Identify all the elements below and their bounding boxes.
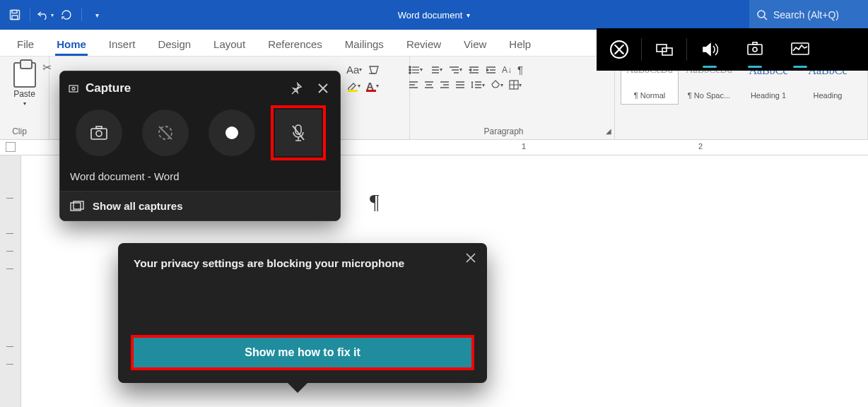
tab-mailings[interactable]: Mailings xyxy=(344,38,385,56)
clipboard-icon xyxy=(13,62,36,88)
capture-subtitle: Word document - Word xyxy=(60,166,340,191)
svg-point-12 xyxy=(753,47,757,52)
svg-rect-1 xyxy=(12,11,17,13)
tab-file[interactable]: File xyxy=(16,38,35,56)
vertical-ruler[interactable] xyxy=(0,155,21,407)
close-icon[interactable] xyxy=(464,252,477,264)
ribbon-group-paragraph: ▾ ▾ ▾ A↓ ¶ ▾ ▾ ▾ Paragraph ◢ xyxy=(403,57,615,139)
gamebar-audio-icon[interactable] xyxy=(687,28,732,71)
ribbon-group-clipboard: Paste ▾ ✂ Clip xyxy=(0,57,49,139)
svg-point-4 xyxy=(409,66,411,67)
gamebar-widgets-icon[interactable] xyxy=(642,28,687,71)
show-all-captures-button[interactable]: Show all captures xyxy=(60,191,340,220)
screenshot-button[interactable] xyxy=(76,110,122,156)
ruler-tick: 2 xyxy=(698,142,703,151)
numbering-icon[interactable]: ▾ xyxy=(428,65,442,75)
search-box[interactable] xyxy=(749,0,868,30)
fix-it-button[interactable]: Show me how to fix it xyxy=(134,338,471,367)
document-title[interactable]: Word document▾ xyxy=(398,10,471,20)
tab-selector-icon[interactable] xyxy=(6,142,16,152)
gamebar-capture-icon[interactable] xyxy=(732,28,778,71)
close-icon[interactable] xyxy=(313,78,333,98)
tab-design[interactable]: Design xyxy=(156,38,192,56)
search-icon xyxy=(756,9,768,20)
tab-help[interactable]: Help xyxy=(508,38,532,56)
font-color-icon[interactable]: A▾ xyxy=(366,80,379,92)
svg-point-18 xyxy=(96,131,102,136)
tab-home[interactable]: Home xyxy=(55,38,88,56)
decrease-indent-icon[interactable] xyxy=(468,65,479,75)
capture-title: Capture xyxy=(86,81,279,95)
show-marks-icon[interactable]: ¶ xyxy=(517,64,523,76)
svg-rect-19 xyxy=(96,126,102,129)
svg-point-16 xyxy=(72,88,75,90)
capture-widget: Capture Word document - Word Show all ca… xyxy=(59,71,341,221)
quick-access-toolbar: ▾ ▾ xyxy=(0,6,106,24)
ribbon-group-font-partial: Aa▾ ▾ A▾ xyxy=(341,57,410,139)
align-center-icon[interactable] xyxy=(424,81,434,89)
sort-icon[interactable]: A↓ xyxy=(502,65,512,75)
search-input[interactable] xyxy=(773,9,858,20)
increase-indent-icon[interactable] xyxy=(485,65,496,75)
shading-icon[interactable]: ▾ xyxy=(491,80,503,90)
highlight-icon[interactable]: ▾ xyxy=(346,80,360,92)
gamebar-dock xyxy=(597,28,868,71)
svg-rect-13 xyxy=(753,42,757,45)
tab-insert[interactable]: Insert xyxy=(107,38,137,56)
tab-view[interactable]: View xyxy=(462,38,488,56)
gamebar-xbox-icon[interactable] xyxy=(597,28,642,71)
multilevel-icon[interactable]: ▾ xyxy=(448,65,462,75)
record-button[interactable] xyxy=(209,110,255,156)
paste-button[interactable]: Paste ▾ xyxy=(6,62,43,107)
bullets-icon[interactable]: ▾ xyxy=(409,65,423,75)
undo-icon[interactable]: ▾ xyxy=(36,6,54,24)
svg-rect-15 xyxy=(69,85,78,92)
paragraph-launcher-icon[interactable]: ◢ xyxy=(606,127,611,135)
privacy-message: Your privacy settings are blocking your … xyxy=(134,257,471,270)
line-spacing-icon[interactable]: ▾ xyxy=(471,80,485,90)
align-right-icon[interactable] xyxy=(440,81,450,89)
justify-icon[interactable] xyxy=(455,81,465,89)
clear-format-icon[interactable] xyxy=(368,64,380,76)
save-icon[interactable] xyxy=(6,6,24,24)
svg-point-3 xyxy=(758,11,765,18)
svg-point-5 xyxy=(409,69,411,70)
pin-icon[interactable] xyxy=(286,78,306,98)
capture-app-icon xyxy=(69,83,78,93)
gamebar-performance-icon[interactable] xyxy=(778,28,823,71)
paragraph-mark-icon: ¶ xyxy=(370,189,380,213)
tab-review[interactable]: Review xyxy=(405,38,442,56)
ruler-tick: 1 xyxy=(522,142,526,151)
chevron-down-icon: ▾ xyxy=(467,11,470,19)
svg-point-21 xyxy=(225,126,238,139)
cut-icon[interactable]: ✂ xyxy=(42,61,52,74)
change-case-icon[interactable]: Aa▾ xyxy=(346,64,362,76)
privacy-tooltip: Your privacy settings are blocking your … xyxy=(118,243,487,383)
svg-rect-11 xyxy=(748,45,762,54)
tab-references[interactable]: References xyxy=(266,38,324,56)
svg-point-6 xyxy=(409,71,411,73)
group-label-paragraph: Paragraph xyxy=(403,126,604,136)
title-bar: ▾ ▾ Word document▾ xyxy=(0,0,868,30)
group-label-clipboard: Clip xyxy=(0,126,39,136)
redo-icon[interactable] xyxy=(57,6,76,24)
qat-more-icon[interactable]: ▾ xyxy=(88,6,106,24)
svg-rect-2 xyxy=(12,16,18,20)
mic-button[interactable] xyxy=(275,110,322,156)
gallery-icon xyxy=(70,201,84,212)
borders-icon[interactable]: ▾ xyxy=(509,80,522,90)
tab-layout[interactable]: Layout xyxy=(212,38,247,56)
align-left-icon[interactable] xyxy=(409,81,418,89)
record-last-button[interactable] xyxy=(142,110,189,156)
